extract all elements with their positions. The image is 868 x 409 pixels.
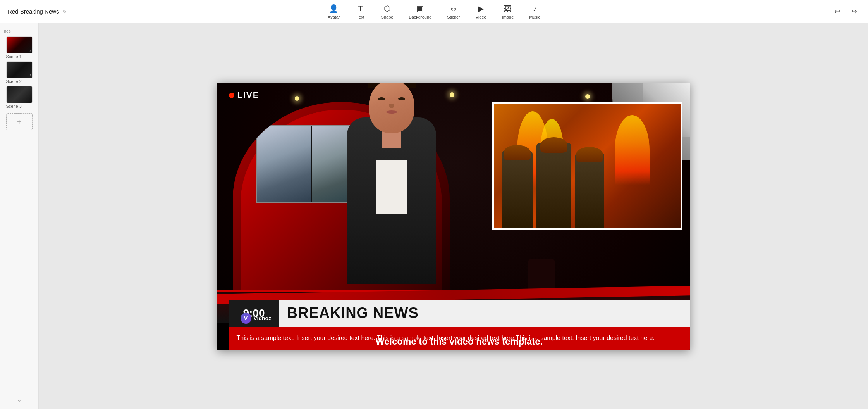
welcome-overlay-text: Welcome to this video news template. <box>229 336 690 347</box>
tool-image[interactable]: 🖼Image <box>502 3 514 19</box>
toolbar: Red Breaking News ✎ 👤AvatarTText⬡Shape▣B… <box>0 0 868 23</box>
canvas-area: LIVE 9:00 BREAKING NEWS V Vidnoz <box>39 23 868 409</box>
logo-icon: V <box>241 313 251 324</box>
tool-label-sticker: Sticker <box>447 15 460 19</box>
video-canvas[interactable]: LIVE 9:00 BREAKING NEWS V Vidnoz <box>217 83 690 350</box>
sidebar-chevron-icon[interactable]: ⌄ <box>15 394 24 405</box>
project-title: Red Breaking News <box>8 8 59 15</box>
firefighter-3 <box>575 153 604 228</box>
tool-music[interactable]: ♪Music <box>529 3 540 19</box>
redo-button[interactable]: ↪ <box>848 5 860 18</box>
toolbar-right: ↩ ↪ <box>831 5 860 18</box>
video-icon: ▶ <box>476 3 486 14</box>
firefighter-2 <box>536 143 571 228</box>
scene-thumb-2[interactable]: ♪ <box>6 61 33 78</box>
music-icon-1: ♪ <box>29 48 31 52</box>
tool-label-music: Music <box>529 15 540 19</box>
tool-label-image: Image <box>502 15 514 19</box>
tool-shape[interactable]: ⬡Shape <box>381 3 394 19</box>
main: nes ♪ Scene 1 ♪ Scene 2 Scene 3 + ⌄ <box>0 23 868 409</box>
toolbar-center: 👤AvatarTText⬡Shape▣Background☺Sticker▶Vi… <box>328 3 540 19</box>
breaking-news-box: BREAKING NEWS <box>279 300 690 327</box>
sticker-icon: ☺ <box>449 3 459 14</box>
anchor-avatar[interactable] <box>330 86 454 311</box>
text-icon: T <box>356 3 366 14</box>
tool-label-shape: Shape <box>381 15 394 19</box>
undo-button[interactable]: ↩ <box>831 5 843 18</box>
image-icon: 🖼 <box>503 3 513 14</box>
tool-background[interactable]: ▣Background <box>409 3 431 19</box>
vidnoz-logo: V Vidnoz <box>241 313 272 324</box>
scene-label-1: Scene 1 <box>6 54 33 59</box>
scene-label-3: Scene 3 <box>6 104 33 109</box>
edit-icon[interactable]: ✎ <box>62 9 67 15</box>
scene-item-1[interactable]: ♪ Scene 1 <box>6 36 33 59</box>
tool-avatar[interactable]: 👤Avatar <box>328 3 340 19</box>
tool-label-background: Background <box>409 15 431 19</box>
firefighter-1 <box>502 151 533 228</box>
tool-label-avatar: Avatar <box>328 15 340 19</box>
ff-helmet-2 <box>540 137 567 153</box>
breaking-news-text: BREAKING NEWS <box>287 305 419 321</box>
ff-helmet-3 <box>576 147 603 162</box>
tool-video[interactable]: ▶Video <box>476 3 486 19</box>
live-dot <box>229 93 234 98</box>
scene-item-3[interactable]: Scene 3 <box>6 86 33 109</box>
tool-sticker[interactable]: ☺Sticker <box>447 3 460 19</box>
tool-text[interactable]: TText <box>356 3 366 19</box>
logo-text: Vidnoz <box>254 315 272 321</box>
scene-thumb-3[interactable] <box>6 86 33 103</box>
scene-thumb-1[interactable]: ♪ <box>6 36 33 53</box>
music-icon-2: ♪ <box>29 73 31 77</box>
scenes-label: nes <box>0 29 38 33</box>
tool-label-video: Video <box>476 15 486 19</box>
ticker-bar: V Vidnoz This is a sample text. Insert y… <box>229 327 690 350</box>
add-scene-button[interactable]: + <box>6 113 33 130</box>
music-icon: ♪ <box>530 3 540 14</box>
scene-label-2: Scene 2 <box>6 79 33 84</box>
ceiling-light-1 <box>295 96 299 101</box>
live-text: LIVE <box>237 90 260 100</box>
scene-item-2[interactable]: ♪ Scene 2 <box>6 61 33 84</box>
live-badge: LIVE <box>229 90 260 100</box>
tool-label-text: Text <box>357 15 364 19</box>
avatar-icon: 👤 <box>329 3 339 14</box>
inset-firefighter-image[interactable] <box>492 102 682 230</box>
scenes-sidebar: nes ♪ Scene 1 ♪ Scene 2 Scene 3 + ⌄ <box>0 23 39 409</box>
toolbar-left: Red Breaking News ✎ <box>8 8 67 15</box>
lower-third: 9:00 BREAKING NEWS <box>229 300 690 327</box>
shape-icon: ⬡ <box>382 3 392 14</box>
ceiling-light-3 <box>585 94 590 99</box>
firefighters <box>494 128 681 228</box>
ff-helmet-1 <box>504 145 531 160</box>
background-icon: ▣ <box>415 3 425 14</box>
